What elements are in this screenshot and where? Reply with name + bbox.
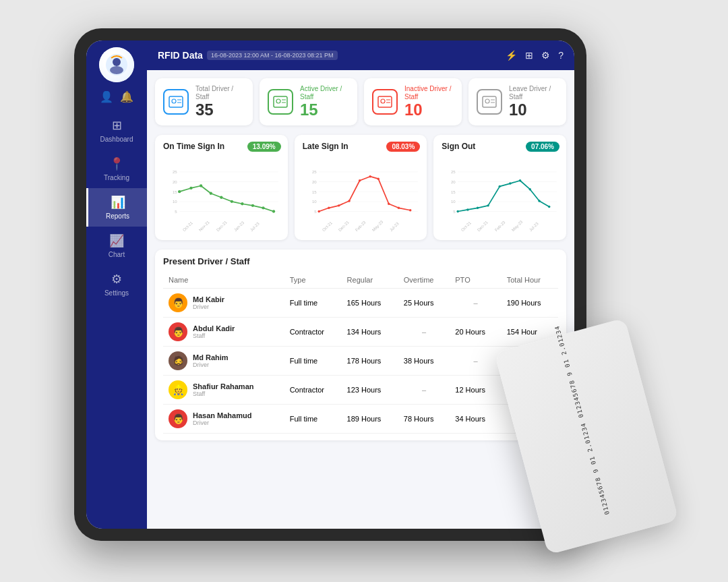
driver-cell-1: 👨 Abdul Kadir Staff <box>163 317 284 346</box>
svg-point-49 <box>317 210 320 212</box>
driver-role-1: Staff <box>193 332 235 339</box>
tablet-screen: 👤 🔔 ⊞ Dashboard 📍 Tracking 📊 Reports <box>86 40 574 529</box>
help-icon[interactable]: ? <box>558 50 564 61</box>
active-driver-info: Active Driver / Staff 15 <box>300 85 349 119</box>
svg-point-53 <box>359 179 361 181</box>
svg-point-36 <box>251 204 254 207</box>
inactive-driver-info: Inactive Driver / Staff 10 <box>404 85 454 119</box>
svg-text:20: 20 <box>312 180 317 184</box>
svg-point-12 <box>381 99 385 103</box>
person-icon[interactable]: 👤 <box>100 90 113 103</box>
driver-overtime-3: – <box>398 375 450 404</box>
driver-avatar-2: 🧔 <box>169 351 187 370</box>
driver-name-0: Md Kabir <box>193 295 224 303</box>
leave-driver-info: Leave Driver / Staff 10 <box>509 85 558 119</box>
driver-total-0: 190 Hours <box>502 288 558 317</box>
svg-point-70 <box>466 208 468 210</box>
driver-overtime-1: – <box>398 317 450 346</box>
svg-point-50 <box>328 206 330 208</box>
svg-text:25: 25 <box>451 170 456 174</box>
svg-point-78 <box>548 206 550 208</box>
header-date: 16-08-2023 12:00 AM - 16-08-2023 08:21 P… <box>207 51 338 60</box>
svg-point-56 <box>388 202 390 204</box>
svg-point-38 <box>272 210 275 212</box>
driver-avatar-0: 👨 <box>169 293 187 312</box>
sidebar-item-chart[interactable]: 📈 Chart <box>86 227 147 265</box>
sidebar: 👤 🔔 ⊞ Dashboard 📍 Tracking 📊 Reports <box>86 40 147 529</box>
driver-regular-1: 134 Hours <box>342 317 398 346</box>
sidebar-item-settings[interactable]: ⚙ Settings <box>86 265 147 303</box>
svg-point-2 <box>110 66 123 74</box>
driver-pto-2: – <box>450 346 501 375</box>
tracking-icon: 📍 <box>109 156 124 171</box>
driver-type-1: Contractor <box>284 317 342 346</box>
col-total: Total Hour <box>502 272 558 289</box>
driver-avatar-3: 👷 <box>169 380 187 399</box>
total-driver-label: Total Driver / Staff <box>195 85 245 101</box>
sidebar-item-dashboard[interactable]: ⊞ Dashboard <box>86 111 147 150</box>
active-driver-label: Active Driver / Staff <box>300 85 349 101</box>
filter-icon[interactable]: ⚡ <box>506 50 517 61</box>
stat-cards: Total Driver / Staff 35 <box>155 78 566 125</box>
driver-type-0: Full time <box>284 288 342 317</box>
driver-pto-1: 20 Hours <box>450 317 501 346</box>
svg-text:5: 5 <box>454 210 456 214</box>
inactive-driver-value: 10 <box>404 101 454 119</box>
main-content: RFID Data 16-08-2023 12:00 AM - 16-08-20… <box>147 40 574 529</box>
driver-name-2: Md Rahim <box>193 353 229 361</box>
rfid-text-1: 012345678 9 01 2.01234 <box>553 324 584 418</box>
svg-point-8 <box>276 99 280 103</box>
driver-cell-0: 👨 Md Kabir Driver <box>163 288 284 317</box>
driver-avatar-4: 👨 <box>169 409 187 428</box>
rfid-card-notch <box>600 521 619 527</box>
driver-name-3: Shafiur Rahaman <box>193 382 253 390</box>
sidebar-label-chart: Chart <box>109 251 125 258</box>
svg-text:10: 10 <box>173 200 177 204</box>
svg-text:15: 15 <box>173 190 177 194</box>
svg-point-52 <box>348 200 350 202</box>
page-title: RFID Data <box>158 50 203 61</box>
sidebar-item-tracking[interactable]: 📍 Tracking <box>86 150 147 188</box>
chart-icon: 📈 <box>109 233 124 248</box>
svg-point-55 <box>377 177 379 179</box>
svg-text:20: 20 <box>173 180 177 184</box>
svg-text:5: 5 <box>314 210 317 214</box>
svg-point-34 <box>231 200 233 203</box>
svg-point-29 <box>178 190 181 193</box>
chart-badge-late: 08.03% <box>386 142 420 152</box>
sidebar-item-reports[interactable]: 📊 Reports <box>86 188 147 227</box>
charts-row: On Time Sign In 13.09% 25 <box>155 135 566 240</box>
driver-role-0: Driver <box>193 303 224 310</box>
svg-point-30 <box>189 187 192 190</box>
leave-driver-value: 10 <box>509 101 558 119</box>
svg-point-33 <box>220 196 222 199</box>
svg-point-51 <box>337 204 339 206</box>
dashboard-icon: ⊞ <box>112 118 122 133</box>
svg-text:25: 25 <box>173 170 177 174</box>
gear-icon[interactable]: ⚙ <box>541 50 550 61</box>
driver-cell-3: 👷 Shafiur Rahaman Staff <box>163 375 284 404</box>
sidebar-top-icons: 👤 🔔 <box>100 90 133 103</box>
driver-regular-2: 178 Hours <box>342 346 398 375</box>
driver-regular-3: 123 Hours <box>342 375 398 404</box>
grid-icon[interactable]: ⊞ <box>525 50 533 61</box>
table-section: Present Driver / Staff Name Type Regular… <box>155 250 566 440</box>
signout-chart-svg: 25 20 15 10 5 <box>442 155 558 229</box>
svg-text:10: 10 <box>451 200 456 204</box>
svg-point-1 <box>113 58 121 66</box>
col-type: Type <box>284 272 342 289</box>
driver-overtime-2: 38 Hours <box>398 346 450 375</box>
svg-point-4 <box>172 99 176 103</box>
svg-text:10: 10 <box>312 200 317 204</box>
svg-point-71 <box>477 206 479 208</box>
driver-cell-2: 🧔 Md Rahim Driver <box>163 346 284 375</box>
notification-icon[interactable]: 🔔 <box>120 90 133 103</box>
table-title: Present Driver / Staff <box>163 256 558 266</box>
table-row: 👨 Abdul Kadir Staff Contractor 134 Hours… <box>163 317 558 346</box>
svg-point-32 <box>210 192 212 194</box>
table-header-row: Name Type Regular Overtime PTO Total Hou… <box>163 272 558 289</box>
table-row: 👷 Shafiur Rahaman Staff Contractor 123 H… <box>163 375 558 404</box>
col-name: Name <box>163 272 284 289</box>
tablet-frame: 👤 🔔 ⊞ Dashboard 📍 Tracking 📊 Reports <box>74 28 586 541</box>
sidebar-nav: ⊞ Dashboard 📍 Tracking 📊 Reports 📈 Chart <box>86 111 147 303</box>
